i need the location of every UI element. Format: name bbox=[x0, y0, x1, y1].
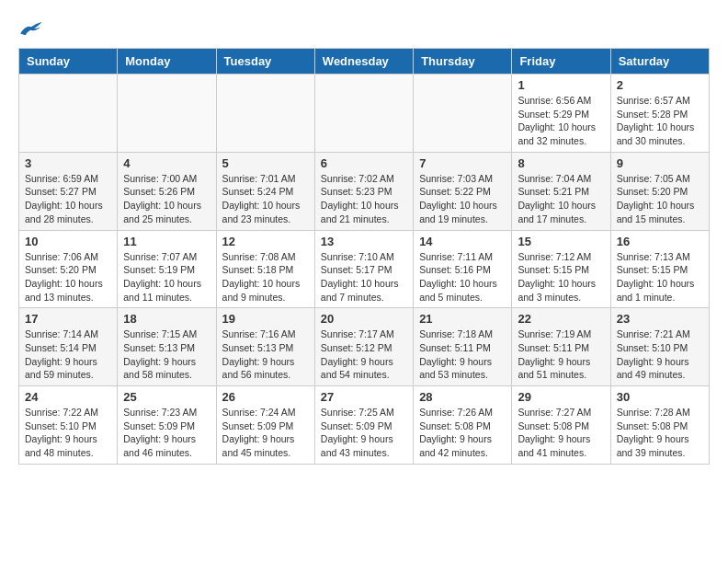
day-number: 19 bbox=[222, 312, 309, 326]
day-number: 10 bbox=[25, 235, 111, 248]
calendar-cell: 5Sunrise: 7:01 AM Sunset: 5:24 PM Daylig… bbox=[216, 152, 314, 230]
calendar-week-row: 10Sunrise: 7:06 AM Sunset: 5:20 PM Dayli… bbox=[19, 230, 710, 308]
day-info: Sunrise: 7:21 AM Sunset: 5:10 PM Dayligh… bbox=[617, 327, 703, 382]
day-number: 7 bbox=[419, 156, 506, 170]
calendar-week-row: 17Sunrise: 7:14 AM Sunset: 5:14 PM Dayli… bbox=[19, 308, 710, 386]
day-number: 18 bbox=[123, 312, 210, 326]
day-number: 2 bbox=[617, 78, 703, 92]
calendar-cell: 24Sunrise: 7:22 AM Sunset: 5:10 PM Dayli… bbox=[19, 386, 118, 465]
day-number: 4 bbox=[123, 156, 210, 170]
day-info: Sunrise: 7:00 AM Sunset: 5:26 PM Dayligh… bbox=[123, 172, 210, 226]
day-number: 22 bbox=[518, 312, 604, 326]
weekday-header: Friday bbox=[512, 49, 610, 75]
calendar-cell: 18Sunrise: 7:15 AM Sunset: 5:13 PM Dayli… bbox=[118, 308, 216, 386]
day-number: 23 bbox=[617, 312, 703, 326]
calendar-cell: 6Sunrise: 7:02 AM Sunset: 5:23 PM Daylig… bbox=[314, 152, 413, 230]
calendar-cell: 20Sunrise: 7:17 AM Sunset: 5:12 PM Dayli… bbox=[314, 308, 413, 386]
calendar-cell: 4Sunrise: 7:00 AM Sunset: 5:26 PM Daylig… bbox=[118, 152, 216, 230]
day-number: 30 bbox=[617, 390, 703, 404]
day-info: Sunrise: 7:14 AM Sunset: 5:14 PM Dayligh… bbox=[25, 327, 111, 382]
day-number: 26 bbox=[222, 390, 309, 404]
calendar-cell bbox=[414, 75, 512, 153]
calendar-cell: 8Sunrise: 7:04 AM Sunset: 5:21 PM Daylig… bbox=[512, 152, 610, 230]
day-info: Sunrise: 7:25 AM Sunset: 5:09 PM Dayligh… bbox=[321, 406, 407, 460]
day-info: Sunrise: 7:04 AM Sunset: 5:21 PM Dayligh… bbox=[518, 172, 604, 226]
weekday-header: Tuesday bbox=[216, 49, 314, 75]
day-info: Sunrise: 6:59 AM Sunset: 5:27 PM Dayligh… bbox=[25, 172, 111, 226]
day-number: 12 bbox=[222, 235, 309, 248]
calendar-cell: 25Sunrise: 7:23 AM Sunset: 5:09 PM Dayli… bbox=[118, 386, 216, 465]
day-number: 15 bbox=[518, 235, 604, 248]
calendar-cell: 30Sunrise: 7:28 AM Sunset: 5:08 PM Dayli… bbox=[610, 386, 709, 465]
calendar-cell: 12Sunrise: 7:08 AM Sunset: 5:18 PM Dayli… bbox=[216, 230, 314, 308]
weekday-header: Monday bbox=[118, 49, 216, 75]
calendar-cell: 29Sunrise: 7:27 AM Sunset: 5:08 PM Dayli… bbox=[512, 386, 610, 465]
day-info: Sunrise: 7:22 AM Sunset: 5:10 PM Dayligh… bbox=[25, 406, 111, 460]
day-number: 8 bbox=[518, 156, 604, 170]
calendar-cell: 15Sunrise: 7:12 AM Sunset: 5:15 PM Dayli… bbox=[512, 230, 610, 308]
calendar-cell: 14Sunrise: 7:11 AM Sunset: 5:16 PM Dayli… bbox=[414, 230, 512, 308]
day-info: Sunrise: 7:02 AM Sunset: 5:23 PM Dayligh… bbox=[321, 172, 407, 226]
day-info: Sunrise: 6:57 AM Sunset: 5:28 PM Dayligh… bbox=[617, 94, 703, 148]
day-number: 17 bbox=[25, 312, 111, 326]
day-info: Sunrise: 6:56 AM Sunset: 5:29 PM Dayligh… bbox=[518, 94, 604, 148]
day-info: Sunrise: 7:19 AM Sunset: 5:11 PM Dayligh… bbox=[518, 327, 604, 382]
day-info: Sunrise: 7:01 AM Sunset: 5:24 PM Dayligh… bbox=[222, 172, 309, 226]
calendar-cell: 2Sunrise: 6:57 AM Sunset: 5:28 PM Daylig… bbox=[610, 75, 709, 153]
calendar-cell bbox=[118, 75, 216, 153]
day-info: Sunrise: 7:23 AM Sunset: 5:09 PM Dayligh… bbox=[123, 406, 210, 460]
day-info: Sunrise: 7:06 AM Sunset: 5:20 PM Dayligh… bbox=[25, 250, 111, 304]
day-info: Sunrise: 7:16 AM Sunset: 5:13 PM Dayligh… bbox=[222, 327, 309, 382]
day-number: 6 bbox=[321, 156, 407, 170]
day-number: 13 bbox=[321, 235, 407, 248]
day-info: Sunrise: 7:18 AM Sunset: 5:11 PM Dayligh… bbox=[419, 327, 506, 382]
calendar-cell: 16Sunrise: 7:13 AM Sunset: 5:15 PM Dayli… bbox=[610, 230, 709, 308]
calendar-cell: 21Sunrise: 7:18 AM Sunset: 5:11 PM Dayli… bbox=[414, 308, 512, 386]
calendar-week-row: 1Sunrise: 6:56 AM Sunset: 5:29 PM Daylig… bbox=[19, 75, 710, 153]
day-number: 25 bbox=[123, 390, 210, 404]
day-number: 24 bbox=[25, 390, 111, 404]
day-number: 27 bbox=[321, 390, 407, 404]
day-number: 1 bbox=[518, 78, 604, 92]
day-info: Sunrise: 7:28 AM Sunset: 5:08 PM Dayligh… bbox=[617, 406, 703, 460]
calendar-cell bbox=[216, 75, 314, 153]
day-number: 11 bbox=[123, 235, 210, 248]
logo bbox=[18, 18, 48, 39]
calendar-cell: 17Sunrise: 7:14 AM Sunset: 5:14 PM Dayli… bbox=[19, 308, 118, 386]
day-info: Sunrise: 7:08 AM Sunset: 5:18 PM Dayligh… bbox=[222, 250, 309, 304]
calendar-cell: 19Sunrise: 7:16 AM Sunset: 5:13 PM Dayli… bbox=[216, 308, 314, 386]
calendar-cell bbox=[314, 75, 413, 153]
calendar-cell: 27Sunrise: 7:25 AM Sunset: 5:09 PM Dayli… bbox=[314, 386, 413, 465]
day-number: 5 bbox=[222, 156, 309, 170]
day-number: 16 bbox=[617, 235, 703, 248]
calendar-cell: 22Sunrise: 7:19 AM Sunset: 5:11 PM Dayli… bbox=[512, 308, 610, 386]
calendar-week-row: 24Sunrise: 7:22 AM Sunset: 5:10 PM Dayli… bbox=[19, 386, 710, 465]
calendar-cell: 11Sunrise: 7:07 AM Sunset: 5:19 PM Dayli… bbox=[118, 230, 216, 308]
weekday-header: Wednesday bbox=[314, 49, 413, 75]
day-number: 9 bbox=[617, 156, 703, 170]
calendar-cell: 3Sunrise: 6:59 AM Sunset: 5:27 PM Daylig… bbox=[19, 152, 118, 230]
page-header bbox=[18, 18, 710, 39]
weekday-header: Thursday bbox=[414, 49, 512, 75]
calendar-cell: 1Sunrise: 6:56 AM Sunset: 5:29 PM Daylig… bbox=[512, 75, 610, 153]
calendar-cell: 9Sunrise: 7:05 AM Sunset: 5:20 PM Daylig… bbox=[610, 152, 709, 230]
day-number: 21 bbox=[419, 312, 506, 326]
day-number: 3 bbox=[25, 156, 111, 170]
day-number: 14 bbox=[419, 235, 506, 248]
day-info: Sunrise: 7:11 AM Sunset: 5:16 PM Dayligh… bbox=[419, 250, 506, 304]
weekday-header: Sunday bbox=[19, 49, 118, 75]
day-info: Sunrise: 7:15 AM Sunset: 5:13 PM Dayligh… bbox=[123, 327, 210, 382]
day-info: Sunrise: 7:26 AM Sunset: 5:08 PM Dayligh… bbox=[419, 406, 506, 460]
weekday-header: Saturday bbox=[610, 49, 709, 75]
day-info: Sunrise: 7:05 AM Sunset: 5:20 PM Dayligh… bbox=[617, 172, 703, 226]
day-info: Sunrise: 7:17 AM Sunset: 5:12 PM Dayligh… bbox=[321, 327, 407, 382]
day-number: 20 bbox=[321, 312, 407, 326]
calendar-cell: 28Sunrise: 7:26 AM Sunset: 5:08 PM Dayli… bbox=[414, 386, 512, 465]
day-info: Sunrise: 7:07 AM Sunset: 5:19 PM Dayligh… bbox=[123, 250, 210, 304]
day-info: Sunrise: 7:03 AM Sunset: 5:22 PM Dayligh… bbox=[419, 172, 506, 226]
calendar-header: SundayMondayTuesdayWednesdayThursdayFrid… bbox=[19, 49, 710, 75]
calendar-cell: 26Sunrise: 7:24 AM Sunset: 5:09 PM Dayli… bbox=[216, 386, 314, 465]
day-info: Sunrise: 7:24 AM Sunset: 5:09 PM Dayligh… bbox=[222, 406, 309, 460]
day-info: Sunrise: 7:27 AM Sunset: 5:08 PM Dayligh… bbox=[518, 406, 604, 460]
calendar-cell bbox=[19, 75, 118, 153]
